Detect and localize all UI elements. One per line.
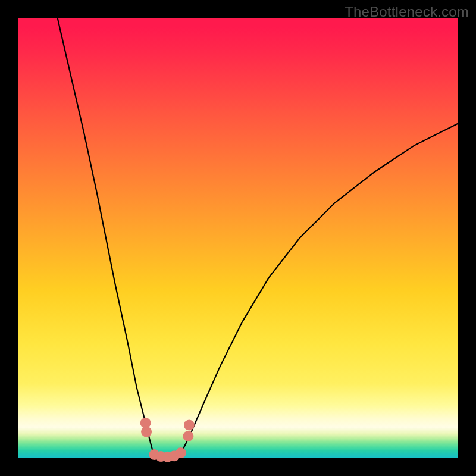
marker-group: [140, 418, 195, 462]
chart-frame: TheBottleneck.com: [0, 0, 476, 476]
curve-group: [58, 18, 458, 458]
plot-area: [18, 18, 458, 458]
data-marker: [184, 420, 195, 431]
data-marker: [176, 447, 186, 458]
watermark-text: TheBottleneck.com: [345, 4, 469, 20]
bottleneck-curve: [58, 18, 458, 458]
chart-svg: [18, 18, 458, 458]
data-marker: [141, 427, 152, 437]
data-marker: [183, 431, 193, 441]
